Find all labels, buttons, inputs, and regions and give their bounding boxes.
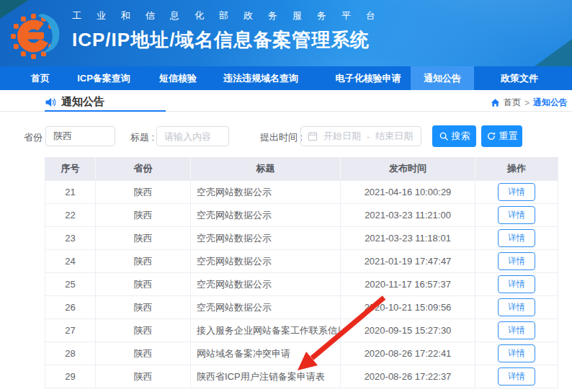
cell-title: 陕西省ICP用户注销备案申请表 [191,365,341,388]
cell-province: 陕西 [96,296,191,318]
detail-button[interactable]: 详情 [498,321,535,339]
reset-button-label: 重置 [499,130,518,143]
header-no: 序号 [45,157,96,180]
cell-title: 空壳网站数据公示 [191,181,341,203]
cell-title: 空壳网站数据公示 [191,273,341,295]
cell-title: 网站域名备案冲突申请 [191,342,341,365]
detail-button[interactable]: 详情 [498,368,535,386]
table-row: 28 陕西 网站域名备案冲突申请 2020-08-26 17:22:41 详情 [45,342,558,365]
filter-bar: 省份 : 标题 : 提出时间 : 开始日期 - 结束日期 搜索 重置 [0,112,572,153]
cell-province: 陕西 [96,342,191,365]
detail-button[interactable]: 详情 [498,298,535,316]
cell-time: 2021-01-19 17:47:47 [341,250,475,272]
detail-button[interactable]: 详情 [498,229,535,247]
nav-item[interactable]: 电子化核验申请 [318,66,418,90]
main-nav: 首页 ICP备案查询 短信核验 违法违规域名查询 电子化核验申请 通知公告 政策… [0,66,572,90]
date-range-separator: - [367,131,370,142]
cell-province: 陕西 [96,250,191,272]
cell-no: 24 [45,250,96,272]
nav-item[interactable]: 通知公告 [411,66,474,90]
notice-table: 序号 省份 标题 发布时间 操作 21 陕西 空壳网站数据公示 2021-04-… [45,157,558,388]
cell-no: 22 [45,204,96,226]
search-button-label: 搜索 [452,130,470,143]
nav-item[interactable]: 违法违规域名查询 [213,66,308,90]
announcement-speaker-icon [45,97,56,108]
cell-province: 陕西 [96,204,191,226]
detail-button[interactable]: 详情 [498,252,535,270]
refresh-icon [486,131,496,141]
table-body: 21 陕西 空壳网站数据公示 2021-04-16 10:00:29 详情 22… [45,180,558,388]
date-end-placeholder: 结束日期 [375,130,413,143]
calendar-icon [308,131,318,141]
cell-province: 陕西 [96,319,191,342]
date-start-placeholder: 开始日期 [323,130,361,143]
cell-no: 23 [45,227,96,249]
detail-button[interactable]: 详情 [498,344,535,362]
cell-province: 陕西 [96,273,191,295]
date-range-input[interactable]: 开始日期 - 结束日期 [300,126,421,146]
cell-time: 2020-09-15 15:27:30 [341,319,475,342]
header-publish-time: 发布时间 [341,157,475,180]
search-icon [439,131,449,141]
detail-button[interactable]: 详情 [498,183,535,201]
cell-no: 28 [45,342,96,365]
search-button[interactable]: 搜索 [432,125,476,147]
cell-province: 陕西 [96,181,191,203]
cell-province: 陕西 [96,227,191,249]
table-header-row: 序号 省份 标题 发布时间 操作 [45,157,558,180]
nav-item-label: 电子化核验申请 [336,73,401,84]
nav-item[interactable]: 政策文件 [487,66,552,90]
system-title: ICP/IP地址/域名信息备案管理系统 [72,27,390,53]
reset-button[interactable]: 重置 [481,125,522,147]
nav-item-label: 政策文件 [501,73,538,84]
home-icon [491,98,500,107]
cell-time: 2020-10-21 15:09:56 [341,296,475,318]
nav-item-label: 短信核验 [159,73,197,84]
cell-time: 2020-08-26 17:22:37 [341,365,475,388]
page-title: 通知公告 [61,95,104,109]
breadcrumb-separator: > [524,98,529,108]
cell-no: 27 [45,319,96,342]
table-row: 25 陕西 空壳网站数据公示 2020-11-17 16:57:37 详情 [45,272,558,295]
date-label: 提出时间 : [260,131,303,144]
breadcrumb: 首页 > 通知公告 [491,97,568,109]
title-label: 标题 : [130,131,154,144]
cell-title: 空壳网站数据公示 [191,250,341,272]
cell-time: 2021-03-23 11:21:00 [341,204,475,226]
nav-item-label: 首页 [31,73,50,84]
cell-title: 接入服务企业网站备案工作联系信息登记 [191,319,341,342]
header-province: 省份 [96,157,191,180]
banner-corner-decoration [535,39,572,66]
cell-no: 29 [45,365,96,388]
table-row: 23 陕西 空壳网站数据公示 2021-03-23 11:18:01 详情 [45,226,558,249]
cell-no: 21 [45,181,96,203]
breadcrumb-home-link[interactable]: 首页 [504,97,521,109]
nav-item[interactable]: ICP备案查询 [69,66,138,90]
page-title-bar: 通知公告 首页 > 通知公告 [0,90,572,112]
nav-item-label: 通知公告 [424,73,461,84]
cell-no: 25 [45,273,96,295]
province-input[interactable] [45,126,115,146]
table-row: 29 陕西 陕西省ICP用户注销备案申请表 2020-08-26 17:22:3… [45,365,558,388]
detail-button[interactable]: 详情 [498,206,535,224]
top-banner: 工业和信息化部政务服务平台 ICP/IP地址/域名信息备案管理系统 [0,0,572,66]
table-row: 26 陕西 空壳网站数据公示 2020-10-21 15:09:56 详情 [45,295,558,318]
title-search-input[interactable] [156,126,229,146]
header-title: 标题 [191,157,341,180]
breadcrumb-current[interactable]: 通知公告 [533,97,568,109]
nav-item-label: ICP备案查询 [77,73,130,84]
cell-no: 26 [45,296,96,318]
cell-time: 2021-03-23 11:18:01 [341,227,475,249]
cell-title: 空壳网站数据公示 [191,204,341,226]
cell-time: 2021-04-16 10:00:29 [341,181,475,203]
platform-title: 工业和信息化部政务服务平台 [72,9,390,22]
nav-item[interactable]: 短信核验 [147,66,209,90]
cell-time: 2020-11-17 16:57:37 [341,273,475,295]
nav-item-label: 违法违规域名查询 [223,73,298,84]
miit-beian-logo-icon [9,4,66,62]
cell-title: 空壳网站数据公示 [191,227,341,249]
detail-button[interactable]: 详情 [498,275,535,293]
nav-item[interactable]: 首页 [19,66,62,90]
table-row: 27 陕西 接入服务企业网站备案工作联系信息登记 2020-09-15 15:2… [45,318,558,342]
cell-province: 陕西 [96,365,191,388]
